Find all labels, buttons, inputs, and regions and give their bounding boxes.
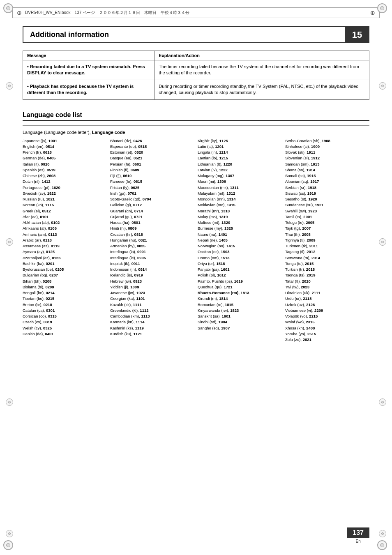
lang-item: Javanese (jw), 1023	[110, 290, 194, 296]
lang-item: Rhaeto-Romance (rm), 1813	[198, 290, 282, 296]
lang-item: Latin (la), 1201	[198, 144, 282, 150]
section-divider	[23, 125, 369, 126]
main-content: Additional information 15 Message Explan…	[23, 26, 369, 343]
lang-item: Bihari (bh), 0208	[23, 279, 107, 284]
lang-item: Sindhi (sd), 1904	[198, 319, 282, 325]
explanation-text-1: The timer recording failed because the T…	[159, 64, 359, 75]
lang-item: Scots-Gaelic (gd), 0704	[110, 196, 194, 202]
reg-mark-right-1	[379, 82, 386, 90]
lang-item: Turkmen (tk), 2011	[285, 243, 369, 249]
lang-item: Aymara (ay), 0125	[23, 249, 107, 255]
lang-item: Shona (sn), 1914	[285, 167, 369, 173]
chapter-header: Additional information 15	[23, 26, 369, 43]
message-text-2: • Playback has stopped because the TV sy…	[27, 84, 134, 95]
lang-item: Malay (ms), 1319	[198, 214, 282, 220]
subtitle-normal: Language (Language code letter),	[23, 130, 92, 135]
chapter-number-box: 15	[345, 26, 369, 43]
lang-item: Arabic (ar), 0118	[23, 237, 107, 243]
message-text-1: • Recording failed due to a TV system mi…	[27, 64, 145, 75]
reg-mark-right-3	[379, 398, 386, 406]
language-column-1: Japanese (ja), 1001English (en), 0514Fre…	[23, 138, 107, 343]
lang-item: Thai (th), 2008	[285, 232, 369, 237]
corner-decoration-bl	[3, 540, 15, 552]
language-column-4: Serbo-Croatian (sh), 1908Sinhalese (si),…	[285, 138, 369, 343]
lang-item: Oriya (or), 1518	[198, 261, 282, 267]
lang-item: Sangho (sg), 1907	[198, 325, 282, 331]
table-row: • Recording failed due to a TV system mi…	[23, 60, 369, 80]
lang-item: Galician (gl), 0712	[110, 202, 194, 208]
lang-item: Basque (eu), 0521	[110, 155, 194, 161]
lang-item: Urdu (ur), 2118	[285, 296, 369, 302]
language-grid: Japanese (ja), 1001English (en), 0514Fre…	[23, 138, 369, 343]
lang-item: Malagasy (mg), 1307	[198, 173, 282, 179]
lang-item: Yoruba (yo), 2515	[285, 331, 369, 337]
chapter-number: 15	[352, 30, 362, 40]
lang-item: Tibetan (bo), 0215	[23, 296, 107, 302]
lang-item: Lithuanian (lt), 1220	[198, 161, 282, 167]
lang-item: Faroese (fo), 0615	[110, 179, 194, 184]
lang-item: Assamese (as), 0119	[23, 243, 107, 249]
lang-item: Kurdish (ku), 1121	[110, 331, 194, 337]
subtitle-bold: Language code	[92, 130, 125, 135]
lang-item: Kirundi (rn), 1814	[198, 296, 282, 302]
lang-item: Corsican (co), 0315	[23, 313, 107, 319]
explanation-cell-2: During recording or timer recording stan…	[154, 80, 369, 99]
reg-mark-right-4	[379, 530, 386, 537]
lang-item: Abkhazian (ab), 0102	[23, 220, 107, 226]
lang-item: Russian (ru), 1821	[23, 196, 107, 202]
lang-item: Volapük (vo), 2215	[285, 313, 369, 319]
lang-item: Inupiak (ik), 0911	[110, 261, 194, 267]
lang-item: Sinhalese (si), 1909	[285, 144, 369, 150]
lang-item: Xhosa (xh), 2408	[285, 325, 369, 331]
lang-item: Welsh (cy), 0325	[23, 325, 107, 331]
lang-item: Kazakh (kk), 1111	[110, 302, 194, 308]
lang-item: Serbo-Croatian (sh), 1908	[285, 138, 369, 144]
lang-item: Sundanese (su), 1921	[285, 202, 369, 208]
disc-icon: ⊕	[17, 9, 22, 16]
lang-item: Oromo (om), 1513	[198, 255, 282, 261]
lang-item: Interlingue (ie), 0905	[110, 255, 194, 261]
page-footer: 137 En	[347, 527, 369, 543]
lang-item: Japanese (ja), 1001	[23, 138, 107, 144]
lang-item: Hungarian (hu), 0821	[110, 237, 194, 243]
lang-item: Slovenian (sl), 1912	[285, 155, 369, 161]
lang-item: Hindi (hi), 0809	[110, 226, 194, 231]
lang-item: Bengali (bn), 0214	[23, 290, 107, 296]
lang-item: Wolof (wo), 2315	[285, 319, 369, 325]
lang-item: Korean (ko), 1115	[23, 202, 107, 208]
lang-item: Occitan (oc), 1503	[198, 249, 282, 255]
lang-item: Kannada (kn), 1114	[110, 319, 194, 325]
lang-item: Tamil (ta), 2001	[285, 214, 369, 220]
lang-item: Armenian (hy), 0825	[110, 243, 194, 249]
lang-item: English (en), 0514	[23, 144, 107, 150]
lang-item: Nepali (ne), 1405	[198, 237, 282, 243]
lang-item: Bislama (bi), 0209	[23, 284, 107, 290]
lang-item: Latvian (lv), 1222	[198, 167, 282, 173]
lang-item: Croatian (hr), 0818	[110, 232, 194, 237]
reg-mark-left-1	[6, 82, 13, 90]
lang-item: Vietnamese (vi), 2209	[285, 308, 369, 313]
lang-item: Georgian (ka), 1101	[110, 296, 194, 302]
lang-item: Kashmiri (ks), 1119	[110, 325, 194, 331]
lang-item: Sesotho (st), 1920	[285, 196, 369, 202]
lang-item: Samoan (sm), 1913	[285, 161, 369, 167]
lang-item: Swedish (sv), 1922	[23, 191, 107, 196]
lang-item: Pashto, Pushto (ps), 1619	[198, 279, 282, 284]
lang-item: Estonian (et), 0520	[110, 150, 194, 155]
lang-item: Macedonian (mk), 1311	[198, 185, 282, 191]
lang-item: Persian (fa), 0601	[110, 161, 194, 167]
lang-item: Guarani (gn), 0714	[110, 208, 194, 214]
lang-item: Fiji (fj), 0610	[110, 173, 194, 179]
lang-item: Nauru (na), 1401	[198, 232, 282, 237]
lang-item: Finnish (fi), 0609	[110, 167, 194, 173]
message-cell-1: • Recording failed due to a TV system mi…	[23, 60, 154, 80]
lang-item: Cambodian (km), 1113	[110, 313, 194, 319]
lang-item: Twi (tw), 2023	[285, 284, 369, 290]
lang-item: Bhutani (dz), 0426	[110, 138, 194, 144]
lang-item: Polish (pl), 1612	[198, 272, 282, 278]
explanation-text-2: During recording or timer recording stan…	[159, 84, 358, 95]
corner-decoration-br	[377, 540, 389, 552]
reg-mark-left-4	[6, 530, 13, 537]
lang-item: Tsonga (ts), 2019	[285, 272, 369, 278]
lang-item: Ukrainian (uk), 2111	[285, 290, 369, 296]
